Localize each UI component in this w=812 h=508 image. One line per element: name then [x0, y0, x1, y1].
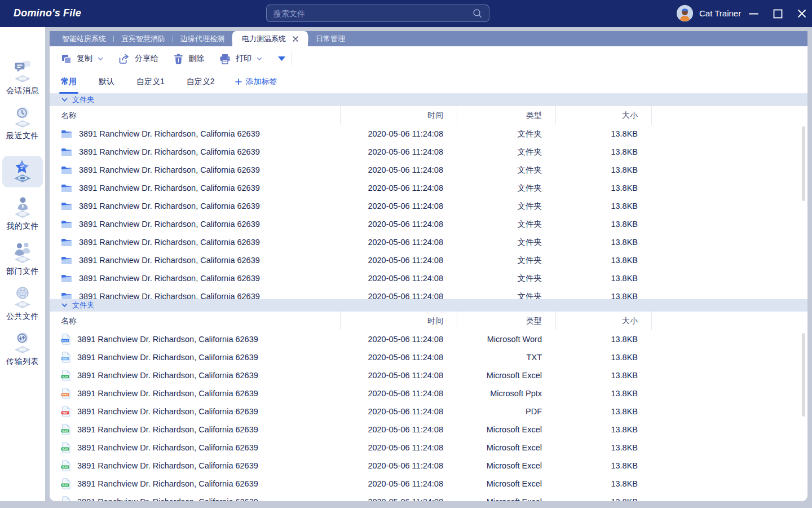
file-type-cell: Microsoft Excel	[457, 461, 555, 470]
sidebar-item-messages[interactable]: 会话消息	[0, 59, 45, 96]
file-name-cell: XLSX3891 Ranchview Dr. Richardson, Calif…	[50, 460, 340, 471]
file-type-cell: Microsoft Excel	[457, 443, 555, 452]
file-name-cell: XLSX3891 Ranchview Dr. Richardson, Calif…	[50, 424, 340, 435]
section-header-folders[interactable]: 文件夹	[50, 94, 807, 106]
window-controls	[748, 0, 807, 27]
table-row[interactable]: XLSX3891 Ranchview Dr. Richardson, Calif…	[50, 439, 807, 457]
file-size-cell: 13.8KB	[555, 165, 651, 174]
table-row[interactable]: XLSX3891 Ranchview Dr. Richardson, Calif…	[50, 493, 807, 501]
table-row[interactable]: DOCX3891 Ranchview Dr. Richardson, Calif…	[50, 330, 807, 348]
print-button[interactable]: 打印	[219, 54, 262, 64]
sidebar-item-label: 最近文件	[6, 131, 39, 141]
sidebar-item-starred[interactable]	[2, 156, 43, 187]
sidebar-item-public-files[interactable]: 公共文件	[0, 285, 45, 322]
filter-tab-default[interactable]: 默认	[97, 71, 116, 94]
sidebar-item-department-files[interactable]: 部门文件	[0, 240, 45, 277]
tab-1[interactable]: 宜宾智慧消防	[114, 31, 173, 46]
file-icon: XLSX	[61, 370, 70, 381]
table-row[interactable]: 3891 Ranchview Dr. Richardson, Californi…	[50, 125, 807, 143]
search-box[interactable]	[266, 5, 489, 22]
sidebar: 会话消息 最近文件 我的文件 部门文件 公共文件 传输列表	[0, 27, 45, 501]
scrollbar-thumb[interactable]	[802, 126, 805, 201]
file-time-cell: 2020-05-06 11:24:08	[340, 335, 457, 344]
table-row[interactable]: 3891 Ranchview Dr. Richardson, Californi…	[50, 287, 807, 299]
filter-tab-custom1[interactable]: 自定义1	[135, 71, 166, 94]
add-tag-button[interactable]: 添加标签	[235, 71, 277, 87]
column-header-time[interactable]: 时间	[340, 312, 457, 330]
file-icon: XLSX	[61, 442, 70, 453]
column-header-size[interactable]: 大小	[555, 312, 651, 330]
file-time-cell: 2020-05-06 11:24:08	[340, 479, 457, 488]
column-header-type[interactable]: 类型	[457, 312, 555, 330]
file-size-cell: 13.8KB	[555, 353, 651, 362]
table-row[interactable]: 3891 Ranchview Dr. Richardson, Californi…	[50, 161, 807, 179]
column-header-size[interactable]: 大小	[555, 106, 651, 125]
folder-icon	[61, 274, 72, 283]
tab-0[interactable]: 智能站房系统	[55, 31, 113, 46]
table-row[interactable]: 3891 Ranchview Dr. Richardson, Californi…	[50, 251, 807, 269]
file-time-cell: 2020-05-06 11:24:08	[340, 407, 457, 416]
column-header-time[interactable]: 时间	[340, 106, 457, 125]
column-header-name[interactable]: 名称	[50, 312, 340, 330]
file-type-cell: PDF	[457, 407, 555, 416]
search-icon[interactable]	[473, 8, 482, 18]
file-icon: XLSX	[61, 460, 70, 471]
table-row[interactable]: 3891 Ranchview Dr. Richardson, Californi…	[50, 179, 807, 197]
file-time-cell: 2020-05-06 11:24:08	[340, 274, 457, 283]
table-row[interactable]: 3891 Ranchview Dr. Richardson, Californi…	[50, 269, 807, 287]
more-actions-dropdown[interactable]	[277, 56, 286, 62]
table-row[interactable]: XLSX3891 Ranchview Dr. Richardson, Calif…	[50, 421, 807, 439]
sidebar-item-label: 传输列表	[6, 357, 39, 367]
table-row[interactable]: XLSX3891 Ranchview Dr. Richardson, Calif…	[50, 457, 807, 475]
file-type-cell: 文件夹	[457, 237, 555, 248]
user-icon	[10, 195, 36, 221]
close-tab-icon[interactable]	[293, 36, 298, 42]
folder-icon	[61, 202, 72, 211]
sidebar-item-my-files[interactable]: 我的文件	[0, 195, 45, 231]
tab-3-active[interactable]: 电力测温系统	[232, 31, 308, 46]
table-row[interactable]: XLSX3891 Ranchview Dr. Richardson, Calif…	[50, 366, 807, 384]
file-time-cell: 2020-05-06 11:24:08	[340, 292, 457, 299]
table-row[interactable]: PDF3891 Ranchview Dr. Richardson, Califo…	[50, 402, 807, 421]
search-input[interactable]	[273, 9, 473, 18]
column-header-name[interactable]: 名称	[50, 106, 340, 125]
file-type-cell: 文件夹	[457, 273, 555, 284]
table-row[interactable]: XLSX3891 Ranchview Dr. Richardson, Calif…	[50, 475, 807, 493]
section-header-files[interactable]: 文件夹	[50, 299, 807, 312]
file-name-cell: 3891 Ranchview Dr. Richardson, Californi…	[50, 147, 340, 157]
file-size-cell: 13.8KB	[555, 407, 651, 416]
file-icon: PPTX	[61, 388, 70, 399]
sidebar-item-recent[interactable]: 最近文件	[0, 104, 45, 141]
filter-tab-common[interactable]: 常用	[59, 71, 78, 94]
table-row[interactable]: TXT3891 Ranchview Dr. Richardson, Califo…	[50, 348, 807, 366]
file-name-cell: 3891 Ranchview Dr. Richardson, Californi…	[50, 202, 340, 211]
table-row[interactable]: PPTX3891 Ranchview Dr. Richardson, Calif…	[50, 384, 807, 402]
delete-button[interactable]: 删除	[174, 54, 204, 64]
sidebar-item-transfer-list[interactable]: 传输列表	[0, 330, 45, 367]
file-icon: XLSX	[61, 496, 70, 501]
file-list: DOCX3891 Ranchview Dr. Richardson, Calif…	[50, 330, 807, 501]
column-header-type[interactable]: 类型	[457, 106, 555, 125]
user-info[interactable]: Cat Trainer	[677, 5, 741, 21]
share-button[interactable]: 分享给	[118, 54, 158, 64]
table-row[interactable]: 3891 Ranchview Dr. Richardson, Californi…	[50, 197, 807, 215]
file-type-cell: 文件夹	[457, 129, 555, 139]
file-name-cell: XLSX3891 Ranchview Dr. Richardson, Calif…	[50, 496, 340, 501]
scrollbar-thumb[interactable]	[802, 333, 805, 417]
file-size-cell: 13.8KB	[555, 274, 651, 283]
svg-text:DOCX: DOCX	[62, 339, 69, 342]
table-row[interactable]: 3891 Ranchview Dr. Richardson, Californi…	[50, 233, 807, 251]
file-name-text: 3891 Ranchview Dr. Richardson, Californi…	[79, 183, 260, 192]
folder-icon	[61, 220, 72, 229]
minimize-button[interactable]	[748, 8, 759, 19]
filter-tab-custom2[interactable]: 自定义2	[185, 71, 217, 94]
table-row[interactable]: 3891 Ranchview Dr. Richardson, Californi…	[50, 143, 807, 161]
table-row[interactable]: 3891 Ranchview Dr. Richardson, Californi…	[50, 215, 807, 233]
svg-text:XLSX: XLSX	[62, 430, 68, 432]
chevron-down-icon	[98, 57, 103, 61]
tab-4[interactable]: 日常管理	[308, 31, 352, 46]
tab-2[interactable]: 边缘代理检测	[173, 31, 232, 46]
maximize-button[interactable]	[772, 8, 783, 19]
copy-button[interactable]: 复制	[61, 54, 103, 64]
close-button[interactable]	[796, 8, 807, 19]
